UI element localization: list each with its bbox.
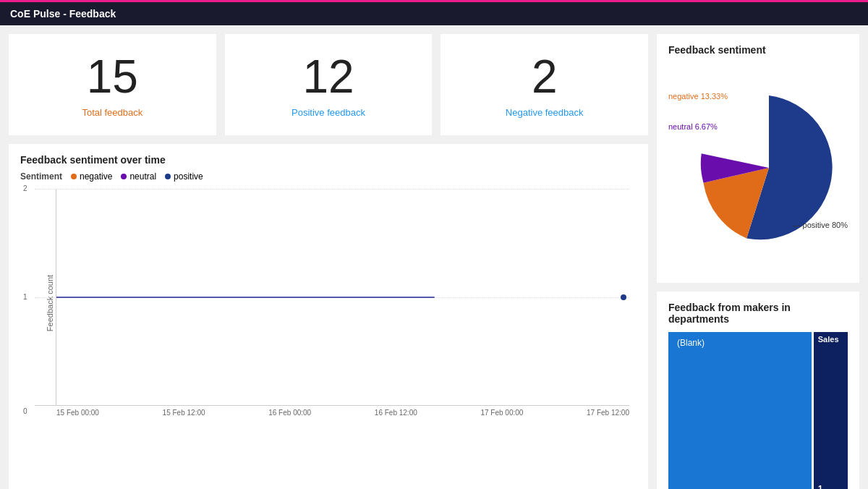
x-axis-labels: 15 Feb 00:00 15 Feb 12:00 16 Feb 00:00 1… [56, 409, 629, 417]
app-title: CoE Pulse - Feedback [10, 8, 116, 20]
x-label-4: 17 Feb 00:00 [480, 409, 523, 417]
negative-feedback-label: Negative feedback [506, 107, 584, 118]
dashboard: 15 Total feedback 12 Positive feedback 2… [0, 25, 868, 489]
sentiment-pie-card: Feedback sentiment negative 13.33% neutr… [657, 34, 859, 283]
legend-dot-neutral [121, 174, 127, 179]
pie-chart-container: negative 13.33% neutral 6.67% [668, 63, 848, 273]
x-label-0: 15 Feb 00:00 [56, 409, 99, 417]
legend-label-positive: positive [174, 171, 203, 182]
left-column: 15 Total feedback 12 Positive feedback 2… [9, 34, 648, 489]
legend-negative: negative [71, 171, 112, 182]
isolated-dot [621, 294, 626, 300]
legend-dot-positive [165, 174, 171, 179]
treemap-sales-block: Sales 1 [814, 332, 848, 489]
treemap-sales-count: 1 [818, 484, 843, 489]
positive-feedback-label: Positive feedback [292, 107, 365, 118]
stat-cards-row: 15 Total feedback 12 Positive feedback 2… [9, 34, 648, 135]
total-feedback-number: 15 [87, 51, 138, 102]
sentiment-pie-title: Feedback sentiment [668, 44, 848, 56]
positive-feedback-number: 12 [302, 51, 354, 102]
total-feedback-card: 15 Total feedback [9, 34, 216, 135]
treemap-blank-label: (Blank) [673, 335, 709, 351]
y-tick-0-label: 0 [23, 407, 27, 415]
pie-label-positive: — positive 80% [793, 221, 848, 229]
pie-labels-left: negative 13.33% neutral 6.67% [668, 92, 728, 131]
chart-legend: Sentiment negative neutral positive [20, 171, 637, 182]
pie-label-neutral: neutral 6.67% [668, 122, 728, 131]
negative-feedback-number: 2 [532, 51, 558, 102]
pie-label-negative: negative 13.33% [668, 92, 728, 101]
chart-plot-area: 2 1 0 [56, 189, 629, 406]
y-tick-1-label: 1 [23, 293, 27, 301]
departments-title: Feedback from makers in departments [668, 302, 848, 325]
total-feedback-label: Total feedback [82, 107, 142, 118]
legend-dot-negative [71, 174, 77, 179]
legend-label-negative: negative [80, 171, 112, 182]
departments-card: Feedback from makers in departments (Bla… [657, 292, 859, 489]
sentiment-time-chart-card: Feedback sentiment over time Sentiment n… [9, 144, 648, 489]
x-label-3: 16 Feb 12:00 [375, 409, 417, 417]
treemap-right-blocks: Sales 1 Sales ... 1 [814, 332, 848, 489]
area-chart-svg [56, 189, 629, 406]
treemap: (Blank) 13 Sales 1 Sales ... 1 [668, 332, 848, 489]
y-axis-label: Feedback count [46, 274, 54, 331]
x-label-5: 17 Feb 12:00 [587, 409, 629, 417]
x-label-1: 15 Feb 12:00 [163, 409, 205, 417]
top-bar: CoE Pulse - Feedback [0, 0, 868, 25]
right-column: Feedback sentiment negative 13.33% neutr… [657, 34, 859, 489]
y-tick-2-label: 2 [23, 184, 27, 192]
legend-label-neutral: neutral [129, 171, 156, 182]
x-label-2: 16 Feb 00:00 [268, 409, 311, 417]
legend-neutral: neutral [121, 171, 156, 182]
negative-feedback-card: 2 Negative feedback [441, 34, 648, 135]
legend-title: Sentiment [20, 171, 62, 182]
sentiment-time-chart-title: Feedback sentiment over time [20, 154, 637, 166]
positive-feedback-card: 12 Positive feedback [225, 34, 433, 135]
treemap-blank-block: (Blank) 13 [668, 332, 812, 489]
legend-positive: positive [165, 171, 203, 182]
treemap-sales-label: Sales [818, 335, 843, 344]
